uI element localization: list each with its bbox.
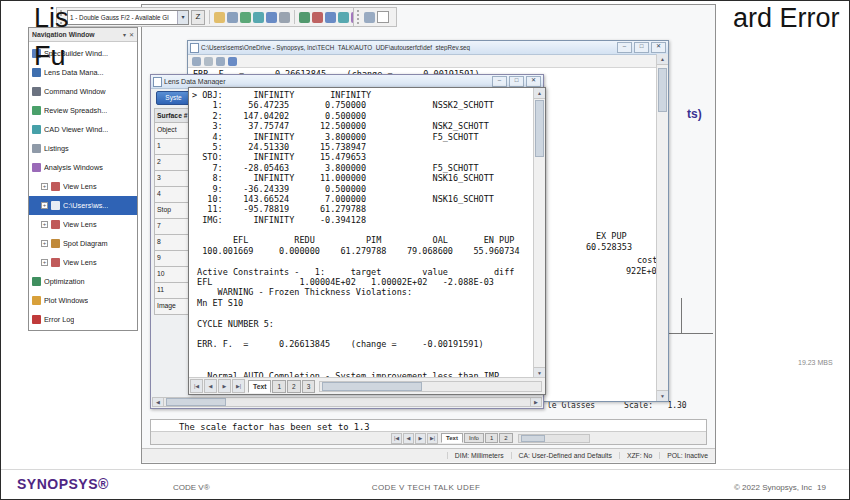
tab-last-icon[interactable]: ▶| (232, 379, 245, 393)
nav-item-plot-windows[interactable]: Plot Windows (29, 291, 137, 310)
nav-item-analysis-windows[interactable]: Analysis Windows (29, 158, 137, 177)
nav-item-view-lens[interactable]: +View Lens (29, 253, 137, 272)
scroll-up-icon[interactable]: ▲ (657, 54, 668, 65)
nav-item-command-window[interactable]: Command Window (29, 82, 137, 101)
tolerancing-icon[interactable] (325, 12, 336, 23)
nav-close-icon[interactable]: ✕ (129, 31, 134, 38)
text-window-icon[interactable] (253, 12, 264, 23)
tab-last-icon[interactable]: ▶| (427, 433, 438, 444)
ldm-row-9[interactable]: 9 (154, 251, 192, 267)
tree-expand-icon[interactable]: + (41, 183, 48, 190)
ldm-row-stop[interactable]: Stop (154, 203, 192, 219)
tab-3[interactable]: 3 (302, 380, 316, 393)
scrollbar-thumb[interactable] (166, 398, 226, 406)
open-lens-icon[interactable] (214, 12, 225, 23)
tab-2[interactable]: 2 (499, 433, 512, 443)
listing-line: EFL 1.00004E+02 1.00002E+02 -2.088E-03 (192, 277, 535, 287)
ldm-hscroll-track[interactable] (164, 398, 530, 406)
slide-title-fragment-right: ard Error (733, 3, 840, 34)
tab-info[interactable]: Info (464, 433, 484, 443)
command-window-vscrollbar[interactable]: ▲ ▼ (656, 54, 668, 401)
tree-expand-icon[interactable]: + (41, 202, 48, 209)
ldm-maximize-icon[interactable]: □ (509, 76, 524, 87)
floating-toolbar (353, 7, 397, 27)
listing-line: WARNING - Frozen Thickness Violations: (192, 287, 535, 297)
ldm-row-1[interactable]: 1 (154, 139, 192, 155)
tree-expand-icon[interactable]: + (41, 221, 48, 228)
scroll-right-icon[interactable]: ▶ (530, 398, 541, 406)
ldm-row-10[interactable]: 10 (154, 267, 192, 283)
ldm-row-image[interactable]: Image (154, 299, 192, 315)
command-window-titlebar[interactable]: C:\Users\sems\OneDrive - Synopsys, Inc\T… (188, 41, 668, 55)
search-icon[interactable] (228, 57, 237, 66)
scrollbar-thumb[interactable] (658, 68, 667, 112)
nav-item-spot-diagram[interactable]: +Spot Diagram (29, 234, 137, 253)
glass-chart-icon[interactable] (338, 12, 349, 23)
graphics-window-icon[interactable] (266, 12, 277, 23)
tree-expand-icon[interactable]: + (41, 259, 48, 266)
minimize-icon[interactable]: – (617, 42, 632, 53)
tab-first-icon[interactable]: |◀ (391, 433, 402, 444)
spreadsheet-icon[interactable] (240, 12, 251, 23)
scroll-up-icon[interactable]: ▲ (534, 88, 545, 99)
tab-prev-icon[interactable]: ◀ (204, 379, 217, 393)
ldm-row-11[interactable]: 11 (154, 283, 192, 299)
tab-text[interactable]: Text (441, 433, 463, 443)
nav-item-listings[interactable]: Listings (29, 139, 137, 158)
nav-item-optimization[interactable]: Optimization (29, 272, 137, 291)
close-icon[interactable]: ✕ (651, 42, 666, 53)
tab-text[interactable]: Text (248, 380, 271, 393)
analysis-icon[interactable] (299, 12, 310, 23)
scrollbar-thumb[interactable] (322, 382, 421, 391)
tab-next-icon[interactable]: ▶ (218, 379, 231, 393)
listing-vscrollbar[interactable]: ▲ ▼ (533, 88, 545, 378)
toolbar-group-1 (214, 12, 290, 23)
tab-2[interactable]: 2 (287, 380, 301, 393)
tab-prev-icon[interactable]: ◀ (403, 433, 414, 444)
listing-hscrollbar[interactable] (319, 381, 542, 392)
scrollbar-thumb[interactable] (521, 435, 545, 442)
message-pane-hscrollbar[interactable] (518, 434, 590, 443)
status-items: DIM: MillimetersCA: User-Defined and Def… (447, 449, 715, 462)
scroll-down-icon[interactable]: ▼ (657, 390, 668, 401)
ldm-row-7[interactable]: 7 (154, 219, 192, 235)
tab-1[interactable]: 1 (272, 380, 286, 393)
listing-line: EFL REDU PIM OAL EN PUP (192, 235, 535, 245)
ldm-hscrollbar[interactable]: ◀ ▶ (152, 397, 542, 407)
save-lens-icon[interactable] (227, 12, 238, 23)
settings-icon[interactable] (279, 12, 290, 23)
tree-expand-icon[interactable]: + (41, 240, 48, 247)
lens-selector-combo[interactable]: 1 - Double Gauss F/2 - Available Gl ▾ (67, 10, 189, 25)
toolbar-separator (209, 10, 210, 24)
tab-1[interactable]: 1 (485, 433, 498, 443)
scrollbar-thumb[interactable] (535, 100, 544, 157)
system-data-button[interactable]: Syste (156, 91, 191, 105)
pin-icon[interactable]: ▾ (123, 31, 126, 38)
nav-item-review-spreadsh[interactable]: Review Spreadsh... (29, 101, 137, 120)
scroll-left-icon[interactable]: ◀ (153, 398, 164, 406)
dropdown-icon[interactable]: ▾ (177, 11, 188, 24)
save-icon[interactable] (192, 57, 201, 66)
nav-item-view-lens[interactable]: +View Lens (29, 177, 137, 196)
fragment-cost-value: 922E+01 (626, 266, 657, 276)
nav-item-view-lens[interactable]: +View Lens (29, 215, 137, 234)
ldm-row-2[interactable]: 2 (154, 155, 192, 171)
maximize-icon[interactable]: □ (634, 42, 649, 53)
copy-icon[interactable] (216, 57, 225, 66)
ldm-minimize-icon[interactable]: – (492, 76, 507, 87)
toolbar-grip[interactable] (357, 10, 362, 24)
window-tool-icon[interactable] (364, 12, 375, 23)
nav-item-error-log[interactable]: Error Log (29, 310, 137, 329)
ldm-row-8[interactable]: 8 (154, 235, 192, 251)
ldm-row-4[interactable]: 4 (154, 187, 192, 203)
zoom-z-button[interactable]: Z (191, 10, 205, 25)
print-icon[interactable] (204, 57, 213, 66)
nav-item-cad-viewer-wind[interactable]: CAD Viewer Wind... (29, 120, 137, 139)
ldm-row-3[interactable]: 3 (154, 171, 192, 187)
nav-item-c-users-ws[interactable]: +C:\Users\ws... (29, 196, 137, 215)
ldm-close-icon[interactable]: ✕ (526, 76, 541, 87)
optimize-icon[interactable] (312, 12, 323, 23)
tab-next-icon[interactable]: ▶ (415, 433, 426, 444)
ldm-row-object[interactable]: Object (154, 123, 192, 139)
tab-first-icon[interactable]: |◀ (190, 379, 203, 393)
